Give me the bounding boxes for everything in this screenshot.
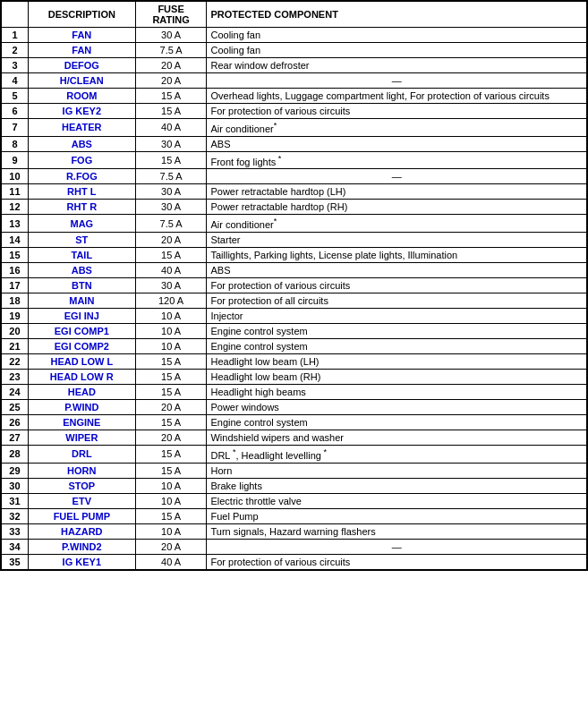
row-component: Horn — [207, 463, 587, 478]
row-component: For protection of various circuits — [207, 277, 587, 293]
row-number: 14 — [2, 232, 29, 247]
row-component: Electric throttle valve — [207, 493, 587, 508]
row-number: 15 — [2, 247, 29, 262]
row-number: 5 — [2, 89, 29, 104]
row-description: FAN — [28, 28, 135, 43]
table-row: 11RHT L30 APower retractable hardtop (LH… — [2, 184, 587, 200]
row-number: 34 — [2, 539, 29, 554]
row-component: Power retractable hardtop (RH) — [207, 200, 587, 215]
row-description: ENGINE — [28, 414, 135, 430]
row-component: Fuel Pump — [207, 508, 587, 523]
table-row: 23HEAD LOW R15 AHeadlight low beam (RH) — [2, 369, 587, 384]
row-description: ST — [28, 232, 135, 247]
header-component: PROTECTED COMPONENT — [207, 2, 587, 28]
table-row: 33HAZARD10 ATurn signals, Hazard warning… — [2, 523, 587, 539]
table-row: 24HEAD15 AHeadlight high beams — [2, 384, 587, 399]
row-description: P.WIND — [28, 399, 135, 414]
row-component: Cooling fan — [207, 28, 587, 43]
row-number: 6 — [2, 104, 29, 119]
table-row: 13MAG7.5 AAir conditioner* — [2, 215, 587, 233]
row-fuse-rating: 20 A — [135, 58, 207, 73]
row-component: Headlight low beam (RH) — [207, 369, 587, 384]
row-fuse-rating: 15 A — [135, 508, 207, 523]
table-row: 27WIPER20 AWindshield wipers and washer — [2, 430, 587, 445]
row-component: For protection of various circuits — [207, 554, 587, 569]
row-component: Air conditioner* — [207, 119, 587, 137]
row-number: 21 — [2, 338, 29, 353]
row-component: Taillights, Parking lights, License plat… — [207, 247, 587, 262]
row-number: 20 — [2, 323, 29, 338]
row-description: MAIN — [28, 293, 135, 308]
row-component: Engine control system — [207, 414, 587, 430]
table-row: 14ST20 AStarter — [2, 232, 587, 247]
row-number: 28 — [2, 445, 29, 463]
row-number: 18 — [2, 293, 29, 308]
row-number: 13 — [2, 215, 29, 233]
row-description: RHT L — [28, 184, 135, 200]
row-description: ABS — [28, 262, 135, 277]
row-description: R.FOG — [28, 169, 135, 184]
row-fuse-rating: 15 A — [135, 384, 207, 399]
row-component: For protection of all circuits — [207, 293, 587, 308]
table-row: 8ABS30 AABS — [2, 136, 587, 151]
row-number: 29 — [2, 463, 29, 478]
row-component: For protection of various circuits — [207, 104, 587, 119]
row-component: Overhead lights, Luggage compartment lig… — [207, 89, 587, 104]
row-number: 3 — [2, 58, 29, 73]
row-description: TAIL — [28, 247, 135, 262]
header-fuse: FUSERATING — [135, 2, 207, 28]
fuse-table-wrapper: DESCRIPTION FUSERATING PROTECTED COMPONE… — [0, 0, 588, 571]
row-number: 7 — [2, 119, 29, 137]
row-description: FAN — [28, 43, 135, 58]
table-row: 10R.FOG7.5 A— — [2, 169, 587, 184]
row-component: Injector — [207, 308, 587, 323]
fuse-table: DESCRIPTION FUSERATING PROTECTED COMPONE… — [1, 1, 587, 570]
row-number: 12 — [2, 200, 29, 215]
table-row: 31ETV10 AElectric throttle valve — [2, 493, 587, 508]
row-description: IG KEY2 — [28, 104, 135, 119]
table-row: 2FAN7.5 ACooling fan — [2, 43, 587, 58]
row-number: 17 — [2, 277, 29, 293]
table-row: 34P.WIND220 A— — [2, 539, 587, 554]
row-fuse-rating: 10 A — [135, 523, 207, 539]
row-component: Cooling fan — [207, 43, 587, 58]
row-number: 1 — [2, 28, 29, 43]
row-description: ROOM — [28, 89, 135, 104]
row-description: EGI INJ — [28, 308, 135, 323]
row-component: Turn signals, Hazard warning flashers — [207, 523, 587, 539]
row-component: Engine control system — [207, 323, 587, 338]
row-number: 4 — [2, 73, 29, 89]
row-component: Headlight low beam (LH) — [207, 353, 587, 369]
row-fuse-rating: 20 A — [135, 539, 207, 554]
row-fuse-rating: 7.5 A — [135, 215, 207, 233]
row-description: WIPER — [28, 430, 135, 445]
header-num — [2, 2, 29, 28]
row-fuse-rating: 10 A — [135, 478, 207, 493]
row-description: HEAD — [28, 384, 135, 399]
table-row: 30STOP10 ABrake lights — [2, 478, 587, 493]
table-row: 1FAN30 ACooling fan — [2, 28, 587, 43]
row-description: FOG — [28, 151, 135, 169]
table-row: 32FUEL PUMP15 AFuel Pump — [2, 508, 587, 523]
table-row: 6IG KEY215 AFor protection of various ci… — [2, 104, 587, 119]
row-description: BTN — [28, 277, 135, 293]
row-component: Windshield wipers and washer — [207, 430, 587, 445]
row-description: ETV — [28, 493, 135, 508]
row-fuse-rating: 30 A — [135, 136, 207, 151]
row-fuse-rating: 40 A — [135, 119, 207, 137]
row-component: Air conditioner* — [207, 215, 587, 233]
table-row: 25P.WIND20 APower windows — [2, 399, 587, 414]
row-number: 25 — [2, 399, 29, 414]
row-description: HORN — [28, 463, 135, 478]
row-description: DRL — [28, 445, 135, 463]
row-fuse-rating: 15 A — [135, 369, 207, 384]
row-description: HAZARD — [28, 523, 135, 539]
row-description: P.WIND2 — [28, 539, 135, 554]
row-description: HEATER — [28, 119, 135, 137]
table-row: 17BTN30 AFor protection of various circu… — [2, 277, 587, 293]
row-fuse-rating: 15 A — [135, 463, 207, 478]
row-number: 26 — [2, 414, 29, 430]
row-fuse-rating: 15 A — [135, 414, 207, 430]
table-row: 9FOG15 AFront fog lights * — [2, 151, 587, 169]
row-number: 30 — [2, 478, 29, 493]
